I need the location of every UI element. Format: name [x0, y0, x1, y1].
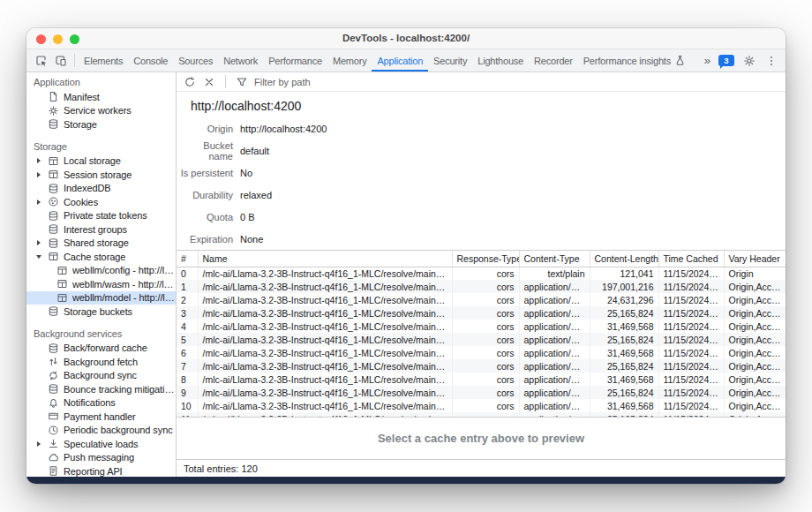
sidebar-item-label: Push messaging — [64, 452, 134, 463]
service-worker-icon — [48, 105, 59, 117]
table-row[interactable]: 3/mlc-ai/Llama-3.2-3B-Instruct-q4f16_1-M… — [177, 306, 786, 320]
tab-lighthouse[interactable]: Lighthouse — [472, 49, 529, 72]
cell-index: 0 — [177, 267, 198, 280]
table-row[interactable]: 0/mlc-ai/Llama-3.2-3B-Instruct-q4f16_1-M… — [177, 267, 786, 280]
tab-label: Elements — [84, 56, 123, 66]
sidebar-item-shared-storage[interactable]: Shared storage — [26, 237, 176, 251]
sidebar-item-session-storage[interactable]: Session storage — [26, 168, 176, 182]
sync-icon — [48, 370, 59, 381]
sidebar-item-storage-buckets[interactable]: Storage buckets — [26, 305, 176, 319]
sidebar-item-label: Reporting API — [64, 466, 123, 477]
tab-memory[interactable]: Memory — [327, 49, 372, 72]
sidebar-item-notifications[interactable]: Notifications — [26, 396, 176, 410]
metadata-label: Expiration — [177, 234, 233, 245]
column-header-content-length[interactable]: Content-Length — [590, 251, 658, 267]
cell-content-type: application/oc… — [519, 386, 590, 399]
table-row[interactable]: 2/mlc-ai/Llama-3.2-3B-Instruct-q4f16_1-M… — [177, 293, 786, 306]
sidebar-item-webllm-config[interactable]: webllm/config - http://loc… — [26, 264, 176, 278]
sidebar-item-speculative-loads[interactable]: Speculative loads — [26, 437, 176, 451]
table-body: 0/mlc-ai/Llama-3.2-3B-Instruct-q4f16_1-M… — [177, 267, 786, 418]
more-tabs-button[interactable]: » — [704, 55, 710, 66]
sidebar-item-bounce-tracking-mitigations[interactable]: Bounce tracking mitigations — [26, 382, 176, 396]
column-header-response-type[interactable]: Response-Type — [452, 251, 519, 267]
sidebar-item-label: Cookies — [64, 197, 98, 207]
table-row[interactable]: 10/mlc-ai/Llama-3.2-3B-Instruct-q4f16_1-… — [177, 399, 786, 412]
expand-arrow-icon[interactable] — [37, 200, 41, 205]
tab-sources[interactable]: Sources — [173, 49, 218, 72]
tab-network[interactable]: Network — [218, 49, 263, 72]
minimize-window-button[interactable] — [53, 34, 63, 44]
sidebar-item-label: Bounce tracking mitigations — [64, 384, 176, 395]
column-header-index[interactable]: # — [177, 251, 198, 267]
column-header-name[interactable]: Name — [198, 251, 452, 267]
delete-selected-icon[interactable] — [202, 75, 216, 89]
table-row[interactable]: 7/mlc-ai/Llama-3.2-3B-Instruct-q4f16_1-M… — [177, 359, 786, 373]
sidebar-item-private-state-tokens[interactable]: Private state tokens — [26, 209, 176, 223]
filter-by-path-input[interactable] — [254, 77, 448, 87]
sidebar-item-background-fetch[interactable]: Background fetch — [26, 355, 176, 369]
sidebar-item-payment-handler[interactable]: Payment handler — [26, 410, 176, 424]
table-row[interactable]: 9/mlc-ai/Llama-3.2-3B-Instruct-q4f16_1-M… — [177, 386, 786, 399]
sidebar-item-indexeddb[interactable]: IndexedDB — [26, 182, 176, 196]
cell-name: /mlc-ai/Llama-3.2-3B-Instruct-q4f16_1-ML… — [198, 373, 452, 386]
sidebar-section-title: Background services — [26, 326, 176, 342]
cell-content-length: 24,631,296 — [590, 293, 658, 306]
sidebar-item-cache-storage[interactable]: Cache storage — [26, 250, 176, 264]
tab-recorder[interactable]: Recorder — [529, 49, 578, 72]
table-row[interactable]: 4/mlc-ai/Llama-3.2-3B-Instruct-q4f16_1-M… — [177, 320, 786, 333]
sidebar-item-periodic-background-sync[interactable]: Periodic background sync — [26, 424, 176, 438]
sidebar-item-background-sync[interactable]: Background sync — [26, 369, 176, 383]
sidebar-item-service-workers[interactable]: Service workers — [26, 104, 176, 118]
expand-arrow-icon[interactable] — [37, 240, 41, 245]
zoom-window-button[interactable] — [70, 34, 79, 44]
console-messages-badge[interactable]: 3 — [718, 55, 734, 66]
settings-gear-icon[interactable] — [742, 54, 756, 68]
sidebar-item-reporting-api[interactable]: Reporting API — [26, 464, 176, 477]
inspect-element-icon[interactable] — [34, 54, 49, 68]
table-icon — [48, 169, 59, 180]
tab-performance-insights[interactable]: Performance insights — [578, 49, 691, 72]
sidebar-item-webllm-wasm[interactable]: webllm/wasm - http://loca… — [26, 277, 176, 291]
more-options-icon[interactable] — [764, 54, 778, 68]
expand-arrow-icon[interactable] — [37, 172, 41, 177]
metadata-value: No — [240, 168, 252, 178]
tab-console[interactable]: Console — [128, 49, 173, 72]
page-content-strip — [26, 477, 786, 484]
sidebar-item-local-storage[interactable]: Local storage — [26, 154, 176, 169]
cell-content-type: application/oc… — [519, 373, 590, 386]
sidebar-item-storage[interactable]: Storage — [26, 117, 176, 132]
column-header-vary-header[interactable]: Vary Header — [724, 251, 786, 267]
tab-application[interactable]: Application — [372, 49, 428, 72]
sidebar-item-manifest[interactable]: Manifest — [26, 90, 176, 104]
refresh-icon[interactable] — [183, 75, 197, 89]
table-row[interactable]: 8/mlc-ai/Llama-3.2-3B-Instruct-q4f16_1-M… — [177, 373, 786, 386]
cell-time-cached: 11/15/2024, 10… — [658, 386, 724, 399]
table-row[interactable]: 5/mlc-ai/Llama-3.2-3B-Instruct-q4f16_1-M… — [177, 333, 786, 346]
sidebar-item-back-forward-cache[interactable]: Back/forward cache — [26, 342, 176, 356]
column-header-time-cached[interactable]: Time Cached — [658, 251, 724, 267]
tab-performance[interactable]: Performance — [263, 49, 327, 72]
sidebar-item-interest-groups[interactable]: Interest groups — [26, 222, 176, 237]
sidebar-section-title: Storage — [26, 139, 176, 154]
cell-name: /mlc-ai/Llama-3.2-3B-Instruct-q4f16_1-ML… — [198, 359, 452, 373]
sidebar-item-cookies[interactable]: Cookies — [26, 195, 176, 209]
cell-index: 6 — [177, 346, 198, 359]
tab-elements[interactable]: Elements — [79, 49, 128, 72]
sidebar-item-webllm-model[interactable]: webllm/model - http://loc… — [26, 291, 176, 305]
metadata-row: Originhttp://localhost:4200 — [177, 117, 786, 139]
expand-arrow-icon[interactable] — [37, 158, 41, 163]
desktop-background: DevTools - localhost:4200/ ElementsConso… — [0, 0, 812, 512]
sidebar-item-push-messaging[interactable]: Push messaging — [26, 451, 176, 465]
close-window-button[interactable] — [36, 34, 46, 44]
metadata-row: Durabilityrelaxed — [177, 184, 786, 206]
table-row[interactable]: 6/mlc-ai/Llama-3.2-3B-Instruct-q4f16_1-M… — [177, 346, 786, 359]
sidebar-item-label: Local storage — [64, 155, 121, 166]
expand-arrow-icon[interactable] — [37, 441, 41, 447]
cell-vary-header: Origin,Access… — [724, 373, 786, 386]
collapse-arrow-icon[interactable] — [36, 255, 41, 259]
column-header-content-type[interactable]: Content-Type — [519, 251, 590, 267]
table-row[interactable]: 1/mlc-ai/Llama-3.2-3B-Instruct-q4f16_1-M… — [177, 280, 786, 293]
tab-security[interactable]: Security — [428, 49, 472, 72]
device-toolbar-icon[interactable] — [54, 54, 68, 68]
cache-entries-table: #NameResponse-TypeContent-TypeContent-Le… — [177, 250, 786, 418]
